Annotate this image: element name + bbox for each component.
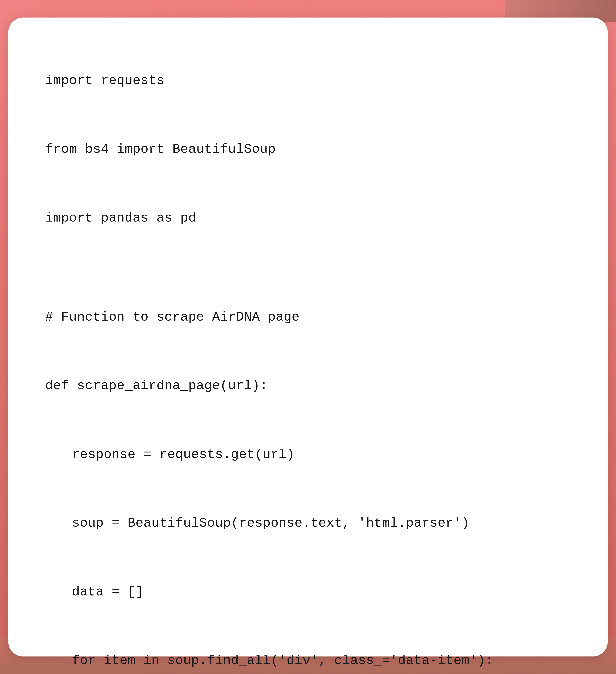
code-block: import requests from bs4 import Beautifu…	[45, 34, 575, 674]
code-line: soup = BeautifulSoup(response.text, 'htm…	[45, 514, 575, 533]
code-line-comment: # Function to scrape AirDNA page	[45, 308, 575, 327]
code-line: from bs4 import BeautifulSoup	[45, 140, 575, 158]
code-line: data = []	[45, 583, 575, 601]
code-line: import pandas as pd	[45, 209, 575, 227]
code-line: for item in soup.find_all('div', class_=…	[45, 651, 575, 670]
code-line: response = requests.get(url)	[45, 445, 575, 464]
code-card: import requests from bs4 import Beautifu…	[8, 17, 608, 657]
code-line: import requests	[45, 72, 575, 90]
code-line: def scrape_airdna_page(url):	[45, 376, 575, 395]
